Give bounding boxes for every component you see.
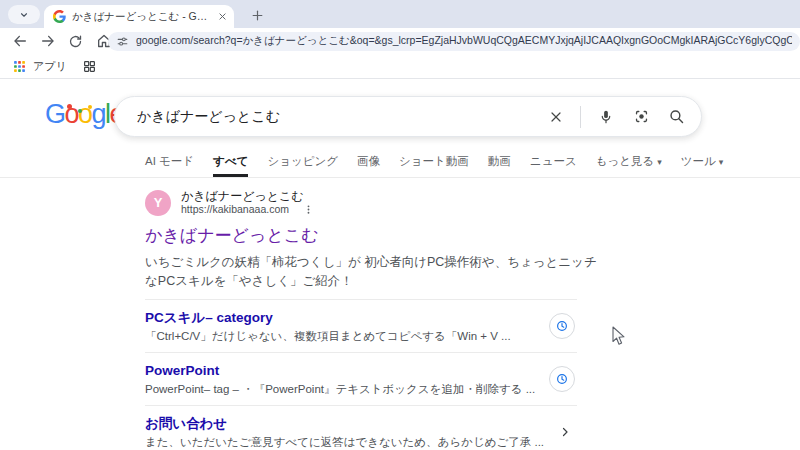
lens-search-button[interactable] bbox=[631, 107, 651, 127]
history-clock-icon bbox=[555, 319, 569, 333]
back-button[interactable] bbox=[11, 33, 28, 50]
sitelink-row: お問い合わせ また、いただいたご意見すべてに返答はできないため、あらかじめご了承… bbox=[145, 405, 577, 450]
sitelink-row: PowerPoint PowerPoint– tag – ・『PowerPoin… bbox=[145, 352, 577, 405]
url-text: google.com/search?q=かきばナーどっとこむ&oq=&gs_lc… bbox=[136, 34, 792, 48]
tab-close-icon[interactable] bbox=[218, 12, 227, 21]
apps-grid-icon bbox=[13, 60, 26, 73]
tab-strip: かきばナーどっとこむ - Google 検索 bbox=[0, 0, 800, 28]
search-result-tabs: AI モード すべて ショッピング 画像 ショート動画 動画 ニュース もっと見… bbox=[145, 150, 723, 177]
reload-icon bbox=[68, 34, 83, 49]
bookmark-label: アプリ bbox=[33, 59, 67, 74]
history-button[interactable] bbox=[549, 366, 575, 392]
tab-images[interactable]: 画像 bbox=[357, 150, 380, 177]
site-favicon[interactable]: Y bbox=[145, 190, 171, 216]
tab-title: かきばナーどっとこむ - Google 検索 bbox=[72, 10, 212, 24]
clear-search-button[interactable] bbox=[546, 107, 566, 127]
tabs-divider bbox=[0, 177, 800, 178]
doodle-decoration bbox=[67, 104, 72, 109]
doodle-decoration bbox=[88, 105, 92, 109]
logo-letter: g bbox=[92, 99, 106, 129]
history-clock-icon bbox=[555, 372, 569, 386]
expand-button[interactable] bbox=[555, 422, 575, 442]
history-button[interactable] bbox=[549, 313, 575, 339]
bookmarks-bar: アプリ bbox=[0, 54, 800, 79]
grid-icon bbox=[83, 60, 96, 73]
sitelink-title-link[interactable]: PowerPoint bbox=[145, 363, 219, 379]
reload-button[interactable] bbox=[67, 33, 84, 50]
back-arrow-icon bbox=[12, 33, 28, 49]
tab-short-videos[interactable]: ショート動画 bbox=[399, 150, 469, 177]
tab-shopping[interactable]: ショッピング bbox=[267, 150, 338, 177]
tab-news[interactable]: ニュース bbox=[530, 150, 577, 177]
doodle-decoration bbox=[78, 109, 82, 113]
search-box[interactable] bbox=[114, 96, 702, 137]
google-logo[interactable]: Google bbox=[45, 99, 123, 130]
sitelink-snippet: また、いただいたご意見すべてに返答はできないため、あらかじめご了承 ... bbox=[145, 435, 507, 449]
result-title-link[interactable]: かきばナーどっとこむ bbox=[145, 224, 319, 247]
address-bar[interactable]: google.com/search?q=かきばナーどっとこむ&oq=&gs_lc… bbox=[108, 32, 800, 51]
search-box-divider bbox=[580, 106, 581, 128]
google-favicon-icon bbox=[53, 10, 66, 23]
tab-ai-mode[interactable]: AI モード bbox=[145, 150, 194, 177]
forward-arrow-icon bbox=[40, 33, 56, 49]
plus-icon bbox=[251, 9, 264, 22]
site-url: https://kakibanaaa.com bbox=[181, 203, 289, 216]
grid-bookmark[interactable] bbox=[83, 60, 96, 73]
logo-letter: o bbox=[65, 99, 79, 129]
chevron-down-icon bbox=[19, 10, 29, 20]
apps-bookmark[interactable]: アプリ bbox=[13, 59, 67, 74]
sitelink-title-link[interactable]: PCスキル– category bbox=[145, 310, 273, 326]
tab-more[interactable]: もっと見る▾ bbox=[596, 150, 662, 177]
search-input[interactable] bbox=[137, 109, 531, 125]
sitelink-snippet: PowerPoint– tag – ・『PowerPoint』テキストボックスを… bbox=[145, 382, 507, 396]
microphone-icon bbox=[598, 109, 614, 125]
sitelink-snippet: 「Ctrl+C/V」だけじゃない、複数項目まとめてコピペする「Win + V .… bbox=[145, 329, 507, 343]
tune-icon bbox=[116, 35, 129, 48]
more-options-icon[interactable] bbox=[303, 204, 314, 215]
close-icon bbox=[548, 109, 564, 125]
sitelinks: PCスキル– category 「Ctrl+C/V」だけじゃない、複数項目まとめ… bbox=[145, 299, 577, 450]
camera-lens-icon bbox=[633, 108, 650, 125]
caret-down-icon: ▾ bbox=[719, 157, 724, 167]
tab-tools[interactable]: ツール▾ bbox=[681, 150, 724, 177]
search-submit-button[interactable] bbox=[666, 107, 686, 127]
voice-search-button[interactable] bbox=[596, 107, 616, 127]
sitelink-title-link[interactable]: お問い合わせ bbox=[145, 416, 227, 432]
result-source-row: Y かきばナーどっとこむ https://kakibanaaa.com bbox=[145, 189, 577, 216]
forward-button[interactable] bbox=[39, 33, 56, 50]
caret-down-icon: ▾ bbox=[657, 157, 662, 167]
sitelink-row: PCスキル– category 「Ctrl+C/V」だけじゃない、複数項目まとめ… bbox=[145, 299, 577, 352]
chevron-right-icon bbox=[559, 426, 571, 438]
tab-all[interactable]: すべて bbox=[213, 150, 248, 177]
search-results: Y かきばナーどっとこむ https://kakibanaaa.com かきばナ… bbox=[145, 189, 577, 450]
mouse-cursor bbox=[612, 326, 626, 346]
browser-toolbar: google.com/search?q=かきばナーどっとこむ&oq=&gs_lc… bbox=[0, 28, 800, 54]
result-snippet: いちごミルクの妖精「柿花つくし」が 初心者向けPC操作術や、ちょっとニッチなPC… bbox=[145, 253, 603, 291]
site-name: かきばナーどっとこむ bbox=[181, 189, 314, 203]
tab-videos[interactable]: 動画 bbox=[488, 150, 511, 177]
search-icon bbox=[668, 108, 685, 125]
tab-search-button[interactable] bbox=[8, 5, 40, 24]
logo-letter: G bbox=[45, 99, 65, 129]
logo-letter: o bbox=[78, 99, 92, 129]
browser-tab[interactable]: かきばナーどっとこむ - Google 検索 bbox=[44, 5, 234, 28]
new-tab-button[interactable] bbox=[248, 6, 266, 24]
